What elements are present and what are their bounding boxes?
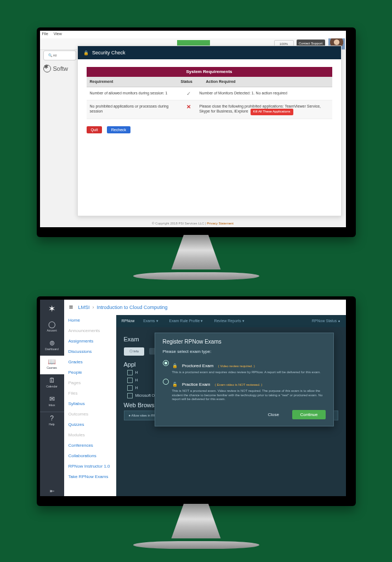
sidebar-item-files[interactable]: Files xyxy=(64,388,116,398)
sidebar-item-take-rpnow[interactable]: Take RPNow Exams xyxy=(64,471,116,482)
global-nav: ✶ ◯Account ⊚Dashboard 📖Courses 🗓Calendar… xyxy=(40,300,64,496)
course-nav: Home Announcements Assignments Discussio… xyxy=(64,315,117,496)
option-desc: This is a proctored exam and requires vi… xyxy=(172,370,321,375)
recheck-button[interactable]: Recheck xyxy=(107,126,130,133)
table-row: Number of allowed monitors during sessio… xyxy=(87,87,332,100)
system-requirements-ribbon: System Requirements xyxy=(87,67,332,77)
kill-apps-button[interactable]: Kill All These Applications xyxy=(251,109,293,115)
checkbox-icon[interactable] xyxy=(127,385,133,391)
col-requirement: Requirement xyxy=(87,77,178,87)
sidebar-item-people[interactable]: People xyxy=(64,367,116,378)
rpnow-app: RPNow Exams ▾ Exam Rule Profile ▾ Review… xyxy=(116,315,346,496)
sidebar-item-rpnow-instructor[interactable]: RPNow Instructor 1.0 xyxy=(64,461,116,471)
status-fail-icon: ✕ xyxy=(178,104,200,115)
rpnow-tab-exams[interactable]: Exams ▾ xyxy=(143,319,158,323)
sidebar-item-syllabus[interactable]: Syllabus xyxy=(64,398,116,409)
nav-account[interactable]: ◯Account xyxy=(40,318,64,337)
nav-help[interactable]: ?Help xyxy=(40,412,64,430)
menu-view[interactable]: View xyxy=(54,32,62,36)
screen-security-check: File View 100% Contact Support All Softw xyxy=(40,31,346,227)
lock-icon: 🔒 xyxy=(172,363,178,368)
chip-info[interactable]: ⓘ Info xyxy=(124,347,145,356)
sidebar-item-outcomes[interactable]: Outcomes xyxy=(64,409,116,419)
close-button[interactable]: Close xyxy=(260,410,287,419)
sidebar-item-conferences[interactable]: Conferences xyxy=(64,440,116,451)
nav-courses[interactable]: 📖Courses xyxy=(40,356,64,374)
sidebar-item-home[interactable]: Home xyxy=(64,315,116,325)
nav-collapse-icon[interactable]: ⇤ xyxy=(40,488,64,494)
rpnow-tab-profile[interactable]: Exam Rule Profile ▾ xyxy=(169,319,203,323)
modal-title: Register RPNow Exams xyxy=(163,339,326,345)
lock-icon: 🔒 xyxy=(83,50,89,55)
modal-prompt: Please select exam type: xyxy=(163,349,326,354)
checkbox-icon[interactable] xyxy=(127,370,133,375)
register-exam-modal: Register RPNow Exams Please select exam … xyxy=(155,333,334,426)
privacy-link[interactable]: Privacy Statement xyxy=(207,222,234,225)
option-practice[interactable]: 🔓 Practice Exam ( Exam video is NOT revi… xyxy=(163,378,326,402)
nav-calendar[interactable]: 🗓Calendar xyxy=(40,374,64,393)
hamburger-icon[interactable]: ≡ xyxy=(64,300,78,315)
sidebar-item-announcements[interactable]: Announcements xyxy=(64,325,116,336)
nav-logo[interactable]: ✶ xyxy=(40,300,64,318)
action-text: Please close the following prohibited ap… xyxy=(200,104,332,115)
menu-file[interactable]: File xyxy=(42,32,48,36)
checkbox-icon[interactable] xyxy=(127,378,133,383)
sidebar-item-grades[interactable]: Grades xyxy=(64,357,116,367)
brand-icon xyxy=(43,65,51,72)
status-ok-icon: ✓ xyxy=(178,91,200,97)
rpnow-brand: RPNow xyxy=(122,319,135,323)
table-header: Requirement Status Action Required xyxy=(87,77,332,87)
sidebar-item-discussions[interactable]: Discussions xyxy=(64,346,116,357)
quit-button[interactable]: Quit xyxy=(87,126,103,133)
breadcrumb-root[interactable]: LMSI xyxy=(78,305,90,310)
sidebar-item-assignments[interactable]: Assignments xyxy=(64,336,116,346)
option-desc: This is NOT a proctored exam. Video revi… xyxy=(172,389,326,402)
col-action: Action Required xyxy=(203,77,332,87)
req-text: Number of allowed monitors during sessio… xyxy=(87,91,178,97)
sidebar-item-collaborations[interactable]: Collaborations xyxy=(64,451,116,461)
rpnow-tab-reports[interactable]: Review Reports ▾ xyxy=(214,319,244,323)
search-tab[interactable]: All xyxy=(43,50,76,60)
sidebar-item-quizzes[interactable]: Quizzes xyxy=(64,419,116,430)
panel-header: 🔒 Security Check xyxy=(78,46,341,59)
sidebar-item-modules[interactable]: Modules xyxy=(64,430,116,440)
rpnow-header: RPNow Exams ▾ Exam Rule Profile ▾ Review… xyxy=(116,315,346,327)
security-check-panel: 🔒 Security Check System Requirements Req… xyxy=(77,46,342,216)
col-status: Status xyxy=(178,77,203,87)
nav-dashboard[interactable]: ⊚Dashboard xyxy=(40,337,64,356)
radio-icon[interactable] xyxy=(163,379,169,385)
action-text: Number of Monitors Detected: 1. No actio… xyxy=(200,91,332,97)
table-row: No prohibited applications or processes … xyxy=(87,100,332,119)
breadcrumb-bar: ≡ LMSI › Introduction to Cloud Computing xyxy=(64,300,346,316)
checkbox-icon[interactable] xyxy=(127,393,133,398)
continue-button[interactable]: Continue xyxy=(292,410,325,419)
screen-lms: ✶ ◯Account ⊚Dashboard 📖Courses 🗓Calendar… xyxy=(40,300,346,496)
req-text: No prohibited applications or processes … xyxy=(87,104,178,115)
radio-icon[interactable] xyxy=(163,360,169,366)
breadcrumb-course[interactable]: Introduction to Cloud Computing xyxy=(97,305,168,310)
sidebar-item-pages[interactable]: Pages xyxy=(64,378,116,388)
option-proctored[interactable]: 🔒 Proctored Exam ( Video review required… xyxy=(163,359,326,375)
page-footer: © Copyright 2018 PSI Services LLC | Priv… xyxy=(40,222,346,225)
unlock-icon: 🔓 xyxy=(172,382,178,387)
panel-title: Security Check xyxy=(92,50,126,55)
rpnow-status: RPNow Status ● xyxy=(312,315,340,327)
nav-inbox[interactable]: ✉Inbox xyxy=(40,393,64,412)
brand-logo: Softw xyxy=(43,65,69,72)
